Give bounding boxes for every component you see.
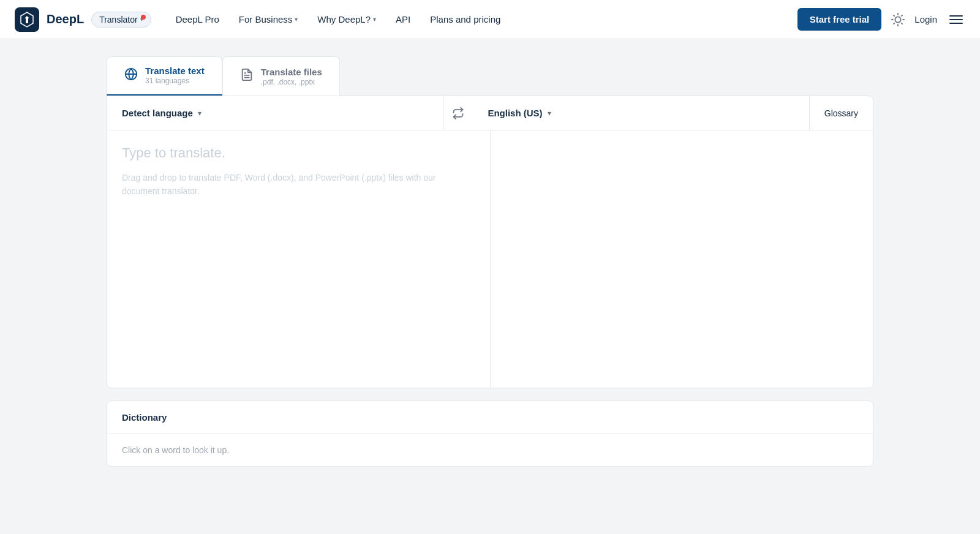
source-language-chevron: ▾ bbox=[198, 109, 202, 118]
file-icon bbox=[240, 68, 254, 85]
dictionary-body: Click on a word to look it up. bbox=[107, 434, 873, 466]
source-text-pane[interactable]: Type to translate. Drag and drop to tran… bbox=[107, 130, 491, 388]
navbar-right: Start free trial Login bbox=[797, 8, 965, 31]
svg-line-9 bbox=[902, 15, 902, 15]
main-nav: DeepL Pro For Business ▾ Why DeepL? ▾ AP… bbox=[176, 14, 797, 24]
target-text-pane bbox=[491, 130, 873, 388]
nav-item-api[interactable]: API bbox=[396, 14, 410, 24]
swap-languages-button[interactable] bbox=[443, 96, 473, 130]
chevron-down-icon: ▾ bbox=[295, 16, 298, 23]
tab-translate-text[interactable]: Translate text 31 languages bbox=[107, 56, 222, 96]
target-language-label: English (US) bbox=[488, 108, 542, 118]
nav-item-why-deepl[interactable]: Why DeepL? ▾ bbox=[317, 14, 376, 24]
svg-line-8 bbox=[894, 23, 894, 23]
theme-icon bbox=[891, 13, 905, 26]
tab-text-translate-text: Translate text 31 languages bbox=[145, 66, 205, 85]
svg-line-4 bbox=[894, 15, 894, 15]
translator-panel: Detect language ▾ English (US) ▾ Glossar… bbox=[107, 96, 873, 388]
translation-area: Type to translate. Drag and drop to tran… bbox=[107, 130, 873, 388]
logo-text: DeepL bbox=[47, 12, 84, 26]
navbar-brand: DeepL Translator ▾ bbox=[15, 7, 151, 32]
translator-badge-label: Translator bbox=[99, 15, 138, 24]
source-language-selector[interactable]: Detect language ▾ bbox=[107, 96, 443, 130]
source-placeholder-sub: Drag and drop to translate PDF, Word (.d… bbox=[122, 171, 475, 198]
theme-toggle-button[interactable] bbox=[891, 13, 905, 26]
notification-dot bbox=[141, 15, 146, 20]
translator-badge-button[interactable]: Translator ▾ bbox=[91, 12, 151, 28]
swap-icon bbox=[452, 107, 464, 119]
nav-item-plans-pricing[interactable]: Plans and pricing bbox=[430, 14, 500, 24]
login-button[interactable]: Login bbox=[914, 14, 937, 24]
tab-text-translate-files: Translate files .pdf, .docx, .pptx bbox=[261, 67, 322, 86]
deepl-logo-icon bbox=[15, 7, 39, 32]
start-trial-button[interactable]: Start free trial bbox=[797, 8, 882, 31]
source-placeholder-main: Type to translate. bbox=[122, 145, 475, 161]
chevron-down-icon: ▾ bbox=[373, 16, 376, 23]
tab-translate-files[interactable]: Translate files .pdf, .docx, .pptx bbox=[222, 56, 340, 96]
tabs-container: Translate text 31 languages Translate fi… bbox=[107, 56, 873, 96]
dictionary-header: Dictionary bbox=[107, 401, 873, 434]
navbar: DeepL Translator ▾ DeepL Pro For Busines… bbox=[0, 0, 980, 39]
nav-item-for-business[interactable]: For Business ▾ bbox=[239, 14, 298, 24]
hamburger-menu-button[interactable] bbox=[947, 13, 965, 26]
dictionary-panel: Dictionary Click on a word to look it up… bbox=[107, 401, 873, 467]
nav-item-deepl-pro[interactable]: DeepL Pro bbox=[176, 14, 219, 24]
source-language-label: Detect language bbox=[122, 108, 193, 118]
svg-point-1 bbox=[895, 17, 901, 22]
language-bar: Detect language ▾ English (US) ▾ Glossar… bbox=[107, 96, 873, 130]
target-language-selector[interactable]: English (US) ▾ bbox=[473, 96, 809, 130]
target-language-chevron: ▾ bbox=[548, 109, 551, 118]
main-content: Translate text 31 languages Translate fi… bbox=[92, 39, 888, 484]
globe-icon bbox=[124, 67, 138, 84]
glossary-button[interactable]: Glossary bbox=[809, 96, 873, 130]
svg-line-5 bbox=[902, 23, 902, 23]
